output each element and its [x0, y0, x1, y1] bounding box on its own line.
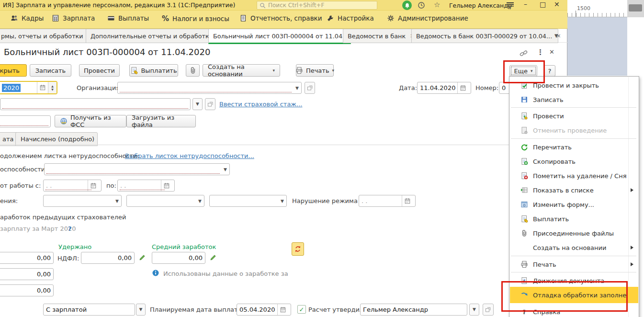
- menu-item-reread[interactable]: Перечитать: [510, 140, 637, 154]
- work-from-date-field[interactable]: . .: [43, 180, 102, 192]
- more-dots-icon[interactable]: ⋮: [537, 48, 544, 57]
- minimize-button[interactable]: –: [524, 0, 527, 7]
- org-field[interactable]: ▼: [117, 82, 302, 94]
- payout-amount-field[interactable]: 0,00: [0, 268, 54, 280]
- get-from-fss-button[interactable]: Получить из ФСС: [55, 115, 126, 127]
- favorites-icon[interactable]: ☆: [434, 0, 440, 9]
- calendar-button[interactable]: [402, 195, 413, 206]
- maximize-button[interactable]: □: [540, 1, 546, 8]
- menu-vyplaty[interactable]: Выплаты: [107, 14, 149, 22]
- menu-item-edit-form[interactable]: Изменить форму...: [510, 197, 637, 212]
- recalculate-button[interactable]: [292, 242, 304, 256]
- menu-item-print[interactable]: Печать: [510, 257, 637, 272]
- accrued-amount-field[interactable]: 0,00: [0, 252, 54, 264]
- avg-earnings-field[interactable]: 0,00: [152, 252, 205, 264]
- tab-forms-reports[interactable]: рмы, отчеты и обработки✕: [0, 29, 94, 43]
- approved-by-dropdown-button[interactable]: ▼: [469, 304, 479, 316]
- menu-item-post-and-close[interactable]: Провести и закрыть: [510, 78, 637, 92]
- close-window-button[interactable]: ✕: [554, 1, 560, 8]
- subtab-accrued-detail[interactable]: Начислено (подробно): [15, 132, 98, 146]
- global-search[interactable]: Поиск Ctrl+Shift+F: [257, 1, 377, 10]
- calendar-button[interactable]: [277, 304, 288, 315]
- pencil-icon[interactable]: [138, 254, 146, 261]
- menu-nastroyka[interactable]: Настройка: [327, 14, 374, 22]
- calendar-button[interactable]: [88, 180, 99, 191]
- menu-item-copy[interactable]: Скопировать: [510, 154, 637, 169]
- notifications-icon[interactable]: [402, 0, 412, 10]
- planned-date-field[interactable]: 05.04.2020: [237, 304, 291, 316]
- pay-with-dropdown-button[interactable]: ▼: [136, 304, 146, 316]
- question-hint[interactable]: ?: [68, 225, 72, 232]
- ndfl-field[interactable]: 0,00: [81, 252, 135, 264]
- create-based-on-button[interactable]: Создать на основании ▾: [203, 64, 280, 77]
- approved-checkbox[interactable]: ✓: [297, 305, 306, 314]
- dropdown-arrow-icon[interactable]: ▼: [113, 199, 119, 204]
- sick-leave-number-field[interactable]: [0, 115, 51, 127]
- dropdown-arrow-icon[interactable]: ▼: [196, 199, 202, 204]
- dropdown-arrow-icon[interactable]: ▼: [294, 86, 299, 91]
- employee-field[interactable]: [0, 98, 191, 110]
- tab-sick-leave[interactable]: Больничный лист 003П-000004 от 11.04....…: [208, 29, 351, 44]
- cause-label: оспособности:: [0, 166, 47, 173]
- year-field-group[interactable]: 2020 ▲▼: [0, 81, 57, 94]
- load-from-file-button[interactable]: Загрузить из файла: [126, 115, 196, 127]
- menu-kadry[interactable]: Кадры: [11, 14, 44, 22]
- insurance-record-link[interactable]: Ввести страховой стаж...: [219, 101, 302, 108]
- tab-list-dropdown[interactable]: ▼: [554, 34, 558, 38]
- help-button[interactable]: ?: [544, 65, 555, 77]
- print-button[interactable]: Печать ▾: [296, 64, 334, 77]
- sections-menu-icon[interactable]: ▾: [507, 2, 514, 11]
- violation-select-1[interactable]: ▼: [43, 195, 122, 207]
- approved-by-field[interactable]: Гельмер Александр: [360, 304, 467, 316]
- menu-item-pay[interactable]: Выплатить: [510, 212, 637, 226]
- choose-sheet-link[interactable]: Выбрать листок нетрудоспособности...: [125, 152, 254, 159]
- background-scrollbar-thumb[interactable]: [629, 4, 642, 11]
- menu-item-document-movements[interactable]: Движения документа: [510, 273, 637, 288]
- history-icon[interactable]: [418, 1, 425, 9]
- employee-dropdown-button[interactable]: ▼: [192, 98, 203, 110]
- menu-item-save[interactable]: Записать: [510, 92, 637, 107]
- tab-vedomost-v-bank[interactable]: Ведомость в банк 003П-000029 от 10.04...…: [411, 29, 558, 43]
- cause-field[interactable]: ▼: [44, 163, 230, 175]
- menu-item-debug-fill-processing[interactable]: Отладка обработки заполнения: [510, 287, 638, 303]
- approved-by-open-button[interactable]: [483, 304, 494, 316]
- dropdown-arrow-icon[interactable]: ▼: [279, 199, 284, 204]
- link-icon[interactable]: [520, 49, 528, 57]
- post-button[interactable]: Провести: [79, 64, 120, 77]
- pay-button[interactable]: Выплатить: [129, 64, 178, 77]
- menu-zarplata[interactable]: Зарплата: [52, 14, 95, 22]
- more-button[interactable]: Еще ▾: [509, 65, 537, 77]
- tab-vedomosti-v-bank[interactable]: Ведомости в банк✕: [343, 29, 419, 43]
- menu-item-help[interactable]: ? Справка: [510, 306, 637, 317]
- close-document-icon[interactable]: ✕: [549, 48, 554, 56]
- pencil-icon[interactable]: [209, 254, 217, 261]
- menu-nalogi[interactable]: % Налоги и взносы: [162, 14, 229, 23]
- menu-administrirovanie[interactable]: Администрирование: [387, 14, 468, 22]
- menu-item-create-based-on[interactable]: Создать на основании: [510, 240, 637, 255]
- menu-item-post[interactable]: Провести: [510, 109, 637, 123]
- violation-select-3[interactable]: ▼: [209, 195, 287, 207]
- tab-additional-reports[interactable]: Дополнительные отчеты и обработки✕: [86, 29, 216, 43]
- total-amount-field[interactable]: 0,00: [0, 284, 54, 296]
- calendar-button[interactable]: [457, 82, 468, 93]
- save-button[interactable]: Записать: [30, 64, 71, 77]
- menu-item-show-in-list[interactable]: Показать в списке: [510, 183, 637, 197]
- calendar-button[interactable]: [161, 180, 172, 191]
- post-and-close-button[interactable]: крыть: [0, 64, 27, 77]
- menu-item-attached-files[interactable]: Присоединенные файлы: [510, 226, 637, 240]
- year-field[interactable]: 2020: [0, 82, 37, 93]
- user-name[interactable]: Гельмер Александр: [449, 2, 512, 9]
- menu-item-mark-deletion[interactable]: Пометить на удаление / Снять пом: [510, 169, 637, 183]
- calendar-button[interactable]: [37, 82, 48, 93]
- employee-open-button[interactable]: [205, 98, 215, 110]
- pay-with-select[interactable]: С зарплатой: [43, 304, 135, 316]
- year-spinner[interactable]: ▲▼: [48, 82, 56, 93]
- attachments-button[interactable]: [186, 64, 200, 77]
- work-to-date-field[interactable]: . .: [117, 180, 175, 192]
- dropdown-arrow-icon[interactable]: ▼: [222, 167, 227, 172]
- violation-date-field[interactable]: . .: [359, 195, 416, 207]
- violation-select-2[interactable]: ▼: [126, 195, 204, 207]
- date-field[interactable]: 11.04.2020: [417, 82, 471, 94]
- menu-otchetnost[interactable]: Отчетность, справки: [239, 14, 322, 22]
- org-open-button[interactable]: [305, 82, 315, 94]
